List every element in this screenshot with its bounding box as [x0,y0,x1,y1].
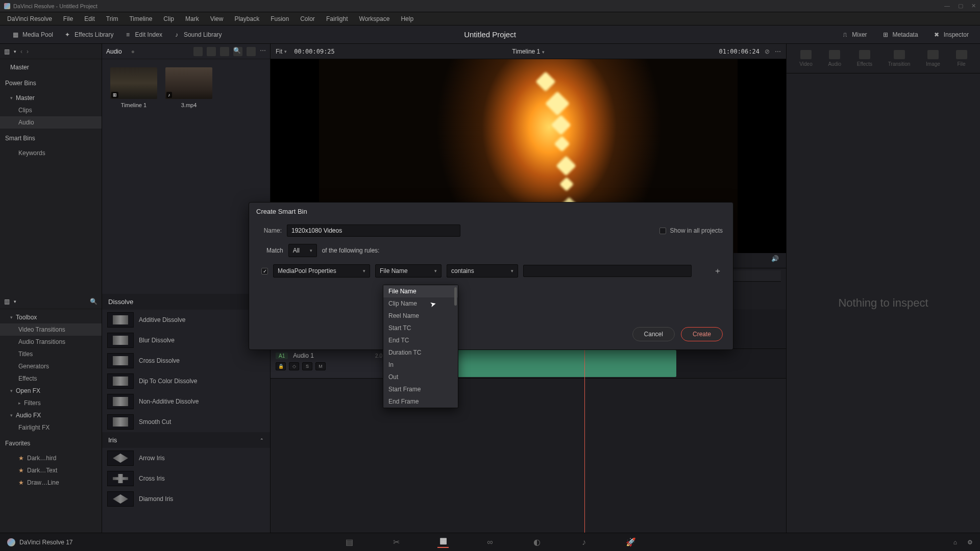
dm-item[interactable]: File Name [383,285,458,297]
sound-library-button[interactable]: ♪Sound Library [167,29,227,41]
menu-help[interactable]: Help [396,13,419,24]
group-iris[interactable]: Iris⌃ [102,432,270,448]
effect-item[interactable]: Cross Dissolve [102,350,270,371]
page-color[interactable]: ◐ [531,537,543,548]
nav-back-icon[interactable]: ‹ [20,48,22,55]
page-cut[interactable]: ✂ [390,537,402,548]
effects-library-button[interactable]: ✦Effects Library [58,29,118,41]
inspector-button[interactable]: ✖Inspector [927,29,974,41]
rule-source-select[interactable]: MediaPool Properties▾ [273,264,370,278]
fx-video-transitions[interactable]: Video Transitions [0,323,102,336]
fx-filters[interactable]: ▸Filters [0,397,102,409]
fx-panel-icon[interactable]: ▥ [4,298,10,305]
view-strip-icon[interactable] [220,47,229,56]
menu-fairlight[interactable]: Fairlight [321,13,353,24]
insp-tab-video[interactable]: Video [799,50,812,67]
rule-enabled-checkbox[interactable] [261,268,268,274]
menu-playback[interactable]: Playback [229,13,264,24]
nav-fwd-icon[interactable]: › [27,48,29,55]
dm-item[interactable]: End TC [383,334,458,346]
fx-openfx[interactable]: ▾Open FX [0,385,102,397]
edit-index-button[interactable]: ≡Edit Index [119,29,167,41]
track-header-a1[interactable]: A1Audio 12.0 🔒 ◇ S M [271,349,388,378]
dm-item[interactable]: Reel Name [383,310,458,322]
metadata-button[interactable]: ⊞Metadata [876,29,923,41]
fav-item[interactable]: ★Draw…Line [0,477,102,489]
menu-workspace[interactable]: Workspace [354,13,395,24]
bin-picker-icon[interactable]: ▥ [4,48,10,55]
fx-fairlight[interactable]: Fairlight FX [0,421,102,434]
search-icon[interactable]: 🔍 [233,47,242,56]
menu-trim[interactable]: Trim [101,13,124,24]
more-icon[interactable]: ⋯ [260,47,266,56]
sort-icon[interactable] [247,47,256,56]
show-all-checkbox[interactable] [659,228,666,234]
effect-item[interactable]: Blur Dissolve [102,330,270,350]
fx-effects[interactable]: Effects [0,372,102,385]
maximize-icon[interactable]: ▢ [958,3,963,9]
menu-file[interactable]: File [58,13,78,24]
dm-item[interactable]: Start TC [383,322,458,334]
home-icon[interactable]: ⌂ [953,539,957,546]
thumb-clip[interactable]: ♪ 3.mp4 [165,67,212,108]
menu-mark[interactable]: Mark [180,13,204,24]
tree-audio[interactable]: Audio [0,116,102,129]
search-icon[interactable]: 🔍 [90,298,97,305]
view-thumb-icon[interactable] [207,47,216,56]
more-icon[interactable]: ⋯ [775,48,781,55]
fx-toolbox[interactable]: ▾Toolbox [0,311,102,323]
page-edit[interactable]: ▦ [437,537,449,548]
fx-audiofx[interactable]: ▾Audio FX [0,409,102,421]
menu-color[interactable]: Color [295,13,320,24]
name-input[interactable] [287,224,460,237]
timeline-name-dropdown[interactable]: Timeline 1 ▾ [512,48,544,55]
create-button[interactable]: Create [681,327,723,341]
dm-item[interactable]: Duration TC [383,346,458,359]
page-fairlight[interactable]: ♪ [578,537,590,548]
bypass-icon[interactable]: ⊘ [765,48,770,55]
add-rule-button[interactable]: ＋ [713,266,723,276]
minimize-icon[interactable]: — [944,3,950,9]
view-list-icon[interactable] [193,47,203,56]
fit-dropdown[interactable]: Fit▾ [276,48,287,55]
close-icon[interactable]: ✕ [971,3,976,9]
group-dissolve[interactable]: Dissolve⌃ [102,294,270,310]
rule-field-select[interactable]: File Name▾ [375,264,442,278]
fx-generators[interactable]: Generators [0,360,102,372]
insp-tab-image[interactable]: Image [926,50,940,67]
effect-item[interactable]: Diamond Iris [102,489,270,509]
mute-button[interactable]: M [315,362,326,370]
gear-icon[interactable]: ⚙ [967,539,973,546]
fx-audio-transitions[interactable]: Audio Transitions [0,336,102,348]
chevron-down-icon[interactable]: ▾ [14,299,16,304]
autoset-icon[interactable]: ◇ [289,362,299,370]
volume-icon[interactable]: 🔊 [771,255,779,262]
insp-tab-file[interactable]: File [956,50,967,67]
dm-item[interactable]: Start Frame [383,383,458,395]
effect-item[interactable]: Arrow Iris [102,448,270,468]
insp-tab-audio[interactable]: Audio [828,50,841,67]
chevron-down-icon[interactable]: ▾ [14,49,16,54]
tree-master[interactable]: Master [0,61,102,73]
menu-view[interactable]: View [205,13,229,24]
match-select[interactable]: All▾ [288,244,317,257]
menu-app[interactable]: DaVinci Resolve [2,13,57,24]
mixer-button[interactable]: ⎍Mixer [836,29,872,41]
effect-item[interactable]: Dip To Color Dissolve [102,371,270,391]
effect-item[interactable]: Additive Dissolve [102,310,270,330]
page-fusion[interactable]: ∞ [484,537,496,548]
menu-clip[interactable]: Clip [158,13,179,24]
menu-fusion[interactable]: Fusion [265,13,294,24]
effect-item[interactable]: Non-Additive Dissolve [102,391,270,412]
effect-item[interactable]: Cross Iris [102,468,270,489]
fav-item[interactable]: ★Dark…Text [0,464,102,477]
page-deliver[interactable]: 🚀 [625,537,636,548]
dm-item[interactable]: Clip Name [383,297,458,310]
tree-pb-master[interactable]: ▾Master [0,92,102,104]
effect-item[interactable]: Smooth Cut [102,412,270,432]
track-tag[interactable]: A1 [276,353,288,359]
fx-titles[interactable]: Titles [0,348,102,360]
menu-edit[interactable]: Edit [79,13,100,24]
rule-operator-select[interactable]: contains▾ [447,264,518,278]
menu-timeline[interactable]: Timeline [124,13,157,24]
